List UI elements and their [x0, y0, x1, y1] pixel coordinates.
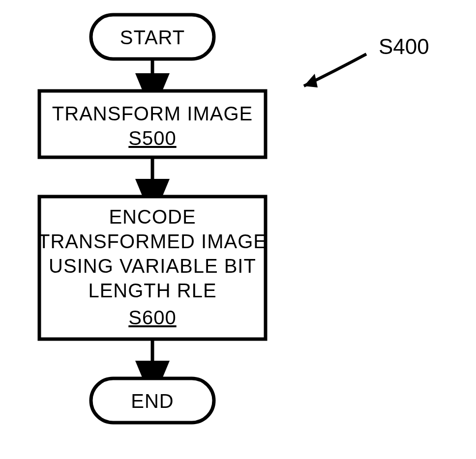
transform-ref: S500 — [128, 127, 176, 149]
figure-pointer-arrowhead — [304, 74, 318, 87]
encode-ref: S600 — [128, 307, 176, 328]
encode-line4: LENGTH RLE — [88, 280, 216, 301]
start-label: START — [120, 27, 185, 48]
start-terminator: START — [91, 15, 214, 59]
end-terminator: END — [91, 378, 214, 423]
encode-line3: USING VARIABLE BIT — [49, 255, 256, 277]
figure-label-text: S400 — [379, 34, 429, 58]
end-label: END — [131, 390, 174, 412]
transform-step: TRANSFORM IMAGE S500 — [39, 91, 266, 157]
flowchart-diagram: START TRANSFORM IMAGE S500 ENCODE TRANSF… — [0, 0, 476, 459]
figure-reference: S400 — [304, 34, 429, 87]
encode-line1: ENCODE — [109, 206, 196, 228]
transform-title: TRANSFORM IMAGE — [52, 103, 253, 124]
encode-step: ENCODE TRANSFORMED IMAGE USING VARIABLE … — [38, 197, 267, 339]
encode-line2: TRANSFORMED IMAGE — [38, 230, 267, 252]
